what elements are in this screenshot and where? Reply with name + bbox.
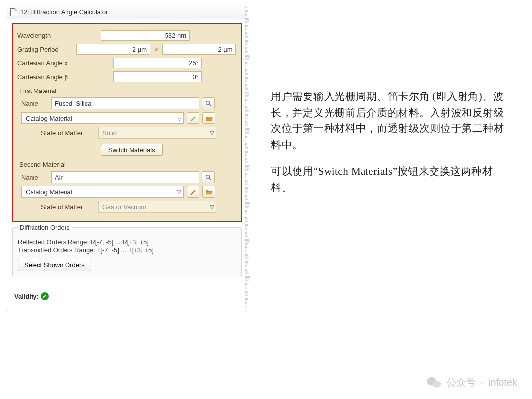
first-material-name-label: Name (21, 100, 48, 107)
second-material-catalog-label: Catalog Material (26, 188, 72, 196)
first-material-state-value: Solid (102, 129, 117, 137)
pencil-icon (190, 188, 197, 196)
svg-point-0 (206, 101, 210, 105)
chevron-down-icon: ▽ (177, 189, 181, 195)
first-material-edit-button[interactable] (187, 112, 200, 124)
pencil-icon (190, 115, 197, 122)
switch-materials-button[interactable]: Switch Materials (101, 144, 163, 156)
grating-period-label: Grating Period (17, 46, 76, 53)
chevron-down-icon: ▽ (177, 115, 181, 122)
first-material-catalog-combo[interactable]: Catalog Material ▽ (21, 112, 184, 124)
svg-point-5 (432, 381, 441, 388)
grating-period-y-input[interactable] (162, 44, 236, 55)
wavelength-input[interactable] (101, 30, 190, 41)
second-material-name-input[interactable] (51, 171, 199, 183)
transmitted-orders-text: Transmitted Orders Range: T[-7; -5] ... … (18, 246, 236, 254)
window-title: 12: Diffraction Angle Calculator (20, 8, 108, 16)
first-material-name-input[interactable] (51, 97, 199, 109)
select-shown-orders-button[interactable]: Select Shown Orders (18, 259, 91, 271)
diffraction-calculator-window: 12: Diffraction Angle Calculator Wavelen… (7, 5, 247, 311)
document-icon (10, 8, 17, 16)
check-circle-icon: ✓ (41, 292, 49, 300)
first-material-search-button[interactable] (202, 97, 215, 109)
wechat-icon (427, 375, 441, 389)
watermark-label: 公众号 (446, 376, 476, 389)
wavelength-label: Wavelength (17, 32, 76, 39)
highlighted-input-region: Wavelength Grating Period × Cartesian An… (12, 23, 242, 222)
first-material-open-button[interactable] (202, 112, 215, 124)
chevron-down-icon: ▽ (210, 130, 214, 136)
chevron-down-icon: ▽ (210, 204, 214, 210)
multiply-symbol: × (154, 46, 158, 53)
diffraction-orders-section: Diffraction Orders Reflected Orders Rang… (12, 227, 242, 277)
magnifier-icon (205, 100, 212, 107)
magnifier-icon (205, 174, 212, 181)
cartesian-beta-label: Cartesian Angle β (17, 73, 86, 81)
explanation-paragraph-2: 可以使用“Switch Materials”按钮来交换这两种材料。 (271, 163, 507, 195)
second-material-catalog-combo[interactable]: Catalog Material ▽ (21, 186, 184, 198)
first-material-catalog-label: Catalog Material (26, 115, 72, 122)
svg-line-1 (209, 104, 211, 106)
explanation-text: 用户需要输入光栅周期、笛卡尔角 (即入射角)、波长，并定义光栅前后介质的材料。入… (271, 5, 507, 311)
validity-label: Validity: (14, 293, 39, 300)
second-material-state-value: Gas or Vacuum (102, 203, 146, 211)
folder-open-icon (205, 188, 213, 196)
svg-line-3 (209, 178, 211, 180)
first-material-state-label: State of Matter (41, 129, 95, 137)
wechat-watermark: 公众号 · infotek (427, 375, 518, 389)
diffraction-orders-heading: Diffraction Orders (18, 224, 72, 231)
cartesian-alpha-label: Cartesian Angle α (17, 60, 86, 67)
cartesian-beta-input[interactable] (113, 71, 202, 82)
second-material-name-label: Name (21, 174, 48, 181)
first-material-heading: First Material (19, 87, 237, 94)
svg-point-2 (206, 175, 210, 179)
second-material-state-label: State of Matter (41, 203, 95, 211)
explanation-paragraph-1: 用户需要输入光栅周期、笛卡尔角 (即入射角)、波长，并定义光栅前后介质的材料。入… (271, 89, 507, 153)
second-material-heading: Second Material (19, 161, 237, 168)
titlebar: 12: Diffraction Angle Calculator (7, 5, 247, 19)
second-material-search-button[interactable] (202, 171, 215, 183)
second-material-edit-button[interactable] (187, 186, 200, 198)
cartesian-alpha-input[interactable] (113, 58, 202, 68)
first-material-state-combo[interactable]: Solid ▽ (98, 127, 216, 139)
grating-period-x-input[interactable] (76, 44, 150, 55)
reflected-orders-text: Reflected Orders Range: R[-7; -5] ... R[… (18, 238, 236, 246)
watermark-name: infotek (488, 377, 517, 388)
second-material-state-combo[interactable]: Gas or Vacuum ▽ (98, 201, 216, 213)
folder-open-icon (205, 115, 213, 122)
second-material-open-button[interactable] (202, 186, 215, 198)
watermark-dot: · (481, 377, 484, 388)
